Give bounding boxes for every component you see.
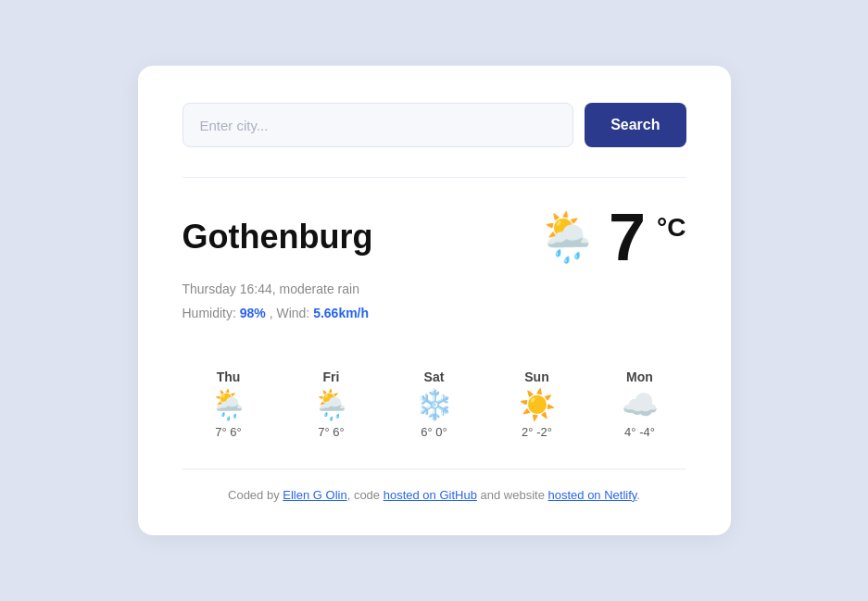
forecast-day-label: Fri [323, 369, 340, 384]
forecast-day-icon: ☁️ [622, 390, 659, 419]
footer-text-end: and website [477, 488, 548, 502]
forecast-day-icon: 🌦️ [210, 390, 247, 419]
footer-netlify-link[interactable]: hosted on Netlify [547, 488, 636, 502]
forecast-day-icon: 🌦️ [313, 390, 350, 419]
footer-author-link[interactable]: Ellen G Olin [283, 488, 346, 502]
forecast-day-temps: 2° -2° [522, 425, 552, 439]
search-input[interactable] [182, 103, 574, 147]
humidity-label: Humidity: [182, 306, 236, 320]
current-weather-icon: 🌦️ [537, 213, 598, 261]
current-weather-section: Gothenburg 🌦️ 7 °C [182, 204, 686, 270]
humidity-wind-row: Humidity: 98% , Wind: 5.66km/h [182, 302, 686, 325]
temperature-display: 🌦️ 7 °C [537, 204, 686, 270]
forecast-day-label: Thu [217, 369, 241, 384]
search-button[interactable]: Search [585, 103, 686, 147]
footer-github-link[interactable]: hosted on GitHub [384, 488, 477, 502]
wind-label: Wind: [276, 306, 309, 320]
weather-description: Thursday 16:44, moderate rain [182, 278, 686, 301]
forecast-day-temps: 7° 6° [215, 425, 241, 439]
city-name: Gothenburg [182, 218, 373, 257]
forecast-day: Mon☁️4° -4° [594, 369, 686, 439]
forecast-day-temps: 6° 0° [421, 425, 447, 439]
footer-divider [182, 469, 686, 470]
forecast-row: Thu🌦️7° 6°Fri🌦️7° 6°Sat❄️6° 0°Sun☀️2° -2… [182, 351, 686, 446]
footer-text-middle: , code [347, 488, 384, 502]
temperature-unit: °C [657, 213, 686, 243]
wind-value: 5.66km/h [313, 306, 369, 320]
forecast-day-temps: 4° -4° [624, 425, 655, 439]
city-name-container: Gothenburg [182, 218, 373, 257]
forecast-day: Sun☀️2° -2° [491, 369, 584, 439]
forecast-day-label: Mon [626, 369, 653, 384]
humidity-value: 98% [240, 306, 266, 320]
temperature-value: 7 [609, 204, 646, 270]
top-divider [182, 177, 686, 178]
footer-period: . [636, 488, 640, 502]
footer-text-before: Coded by [228, 488, 283, 502]
forecast-day-icon: ❄️ [416, 390, 453, 419]
weather-details: Thursday 16:44, moderate rain Humidity: … [182, 278, 686, 324]
forecast-day-label: Sat [424, 369, 445, 384]
forecast-day: Sat❄️6° 0° [388, 369, 481, 439]
weather-card: Search Gothenburg 🌦️ 7 °C Thursday 16:44… [138, 66, 731, 534]
forecast-day-temps: 7° 6° [318, 425, 344, 439]
footer: Coded by Ellen G Olin, code hosted on Gi… [182, 488, 686, 502]
forecast-day-label: Sun [524, 369, 548, 384]
forecast-day: Thu🌦️7° 6° [182, 369, 275, 439]
search-row: Search [182, 103, 686, 147]
forecast-day: Fri🌦️7° 6° [285, 369, 378, 439]
forecast-day-icon: ☀️ [519, 390, 556, 419]
